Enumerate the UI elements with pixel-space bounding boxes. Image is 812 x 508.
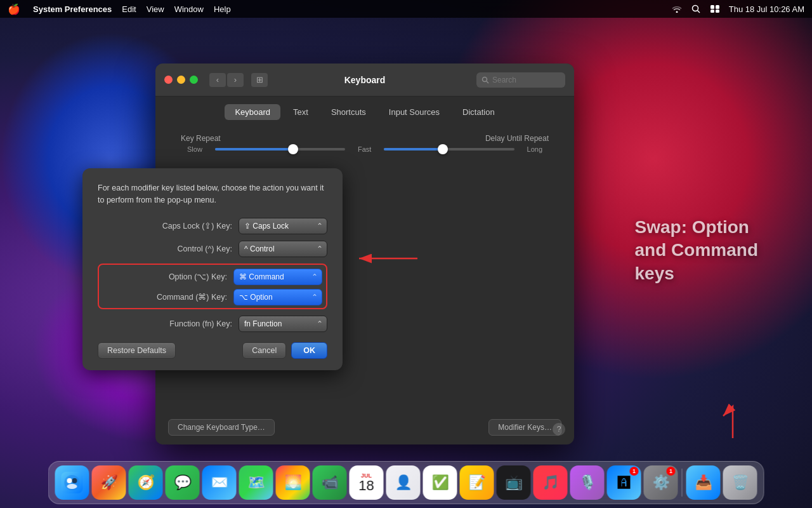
option-select[interactable]: ⌘ Command ⌃: [233, 269, 322, 285]
search-icon[interactable]: [691, 4, 701, 14]
dock-icon-finder[interactable]: [55, 465, 89, 500]
dock-icon-podcasts[interactable]: 🎙️: [570, 465, 605, 500]
option-arrow-icon: ⌃: [311, 272, 318, 281]
back-button[interactable]: ‹: [209, 73, 226, 87]
grid-view-button[interactable]: ⊞: [251, 73, 268, 87]
window-bottom-row: Change Keyboard Type… Modifier Keys…: [168, 419, 561, 436]
menubar-view[interactable]: View: [147, 4, 164, 14]
dialog-buttons: Restore Defaults Cancel OK: [98, 342, 327, 359]
function-arrow-icon: ⌃: [317, 319, 323, 328]
delay-repeat-slider[interactable]: [384, 148, 514, 150]
fast-label: Fast: [358, 145, 371, 153]
long-label: Long: [527, 145, 542, 153]
search-bar[interactable]: Search: [476, 72, 565, 88]
svg-point-15: [67, 484, 77, 489]
function-row: Function (fn) Key: fn Function ⌃: [98, 316, 327, 332]
control-label: Control (^) Key:: [134, 244, 232, 253]
dock-icon-airdrop[interactable]: 📥: [686, 465, 721, 500]
dock-icon-messages[interactable]: 💬: [166, 465, 200, 500]
menubar-window[interactable]: Window: [174, 4, 204, 14]
svg-point-0: [692, 6, 698, 11]
dock-icon-mail[interactable]: ✉️: [202, 465, 237, 500]
dock-icon-contacts[interactable]: 👤: [386, 465, 421, 500]
key-repeat-slider[interactable]: [215, 148, 345, 150]
dock-separator: [682, 469, 683, 497]
calendar-day: 18: [358, 479, 374, 493]
svg-point-13: [67, 478, 72, 483]
caps-lock-arrow-icon: ⌃: [317, 222, 323, 231]
svg-line-7: [487, 81, 488, 83]
tabs-bar: Keyboard Text Shortcuts Input Sources Di…: [155, 97, 574, 125]
svg-rect-2: [710, 5, 714, 9]
tab-input-sources[interactable]: Input Sources: [379, 104, 450, 120]
tab-text[interactable]: Text: [283, 104, 318, 120]
dock-icon-notes[interactable]: 📝: [460, 465, 494, 500]
command-row: Command (⌘) Key: ⌥ Option ⌃: [103, 289, 322, 305]
dock-icon-launchpad[interactable]: 🚀: [92, 465, 126, 500]
close-button[interactable]: [164, 76, 173, 84]
dock-icon-music[interactable]: 🎵: [534, 465, 568, 500]
svg-line-1: [697, 11, 700, 13]
ok-button[interactable]: OK: [291, 342, 327, 359]
menubar: 🍎 System Preferences Edit View Window He…: [0, 0, 812, 18]
titlebar: ‹ › ⊞ Keyboard Search: [155, 64, 574, 97]
option-label: Option (⌥) Key:: [129, 272, 227, 281]
control-center-icon[interactable]: [710, 4, 720, 14]
control-row: Control (^) Key: ^ Control ⌃: [98, 241, 327, 257]
menubar-help[interactable]: Help: [214, 4, 231, 14]
wifi-icon[interactable]: [672, 4, 682, 14]
caps-lock-label: Caps Lock (⇪) Key:: [134, 221, 232, 231]
window-title: Keyboard: [344, 75, 386, 85]
minimize-button[interactable]: [177, 76, 185, 84]
modifier-keys-dialog: For each modifier key listed below, choo…: [82, 168, 343, 370]
svg-point-14: [72, 478, 77, 483]
dock-icon-photos[interactable]: 🌅: [276, 465, 310, 500]
dock-icon-reminders[interactable]: ✅: [423, 465, 457, 500]
cancel-button[interactable]: Cancel: [242, 342, 286, 359]
function-select[interactable]: fn Function ⌃: [239, 316, 327, 332]
slow-label: Slow: [187, 145, 202, 153]
dock-icon-appstore[interactable]: 🅰: [607, 465, 641, 500]
function-label: Function (fn) Key:: [134, 319, 232, 328]
help-button[interactable]: ?: [553, 423, 565, 436]
dock-icon-sysprefs[interactable]: ⚙️: [644, 465, 678, 500]
dock-icon-safari[interactable]: 🧭: [129, 465, 163, 500]
change-keyboard-type-button[interactable]: Change Keyboard Type…: [168, 419, 275, 436]
svg-rect-5: [716, 10, 719, 13]
key-repeat-label: Key Repeat: [181, 134, 221, 143]
tab-dictation[interactable]: Dictation: [452, 104, 505, 120]
traffic-lights: [164, 76, 198, 84]
delay-repeat-label: Delay Until Repeat: [485, 134, 549, 143]
caps-lock-select[interactable]: ⇪ Caps Lock ⌃: [239, 218, 327, 234]
command-arrow-icon: ⌃: [311, 293, 318, 302]
forward-button[interactable]: ›: [227, 73, 244, 87]
option-row: Option (⌥) Key: ⌘ Command ⌃: [103, 269, 322, 285]
svg-rect-3: [716, 5, 719, 9]
caps-lock-row: Caps Lock (⇪) Key: ⇪ Caps Lock ⌃: [98, 218, 327, 234]
dialog-description: For each modifier key listed below, choo…: [98, 182, 327, 206]
tab-keyboard[interactable]: Keyboard: [225, 104, 280, 120]
menubar-datetime: Thu 18 Jul 10:26 AM: [729, 4, 804, 14]
svg-rect-4: [710, 10, 714, 13]
dock-icon-trash[interactable]: 🗑️: [723, 465, 757, 500]
restore-defaults-button[interactable]: Restore Defaults: [98, 342, 176, 359]
control-select[interactable]: ^ Control ⌃: [239, 241, 327, 257]
search-placeholder: Search: [492, 76, 516, 84]
maximize-button[interactable]: [190, 76, 198, 84]
control-arrow-icon: ⌃: [317, 244, 323, 253]
swap-highlight-container: Option (⌥) Key: ⌘ Command ⌃ Command (⌘) …: [98, 264, 327, 309]
slider-labels-row: Key Repeat Delay Until Repeat: [168, 131, 561, 145]
dock-icon-calendar[interactable]: JUL 18: [350, 465, 384, 500]
menubar-edit[interactable]: Edit: [122, 4, 136, 14]
apple-logo-icon[interactable]: 🍎: [8, 3, 20, 15]
tab-shortcuts[interactable]: Shortcuts: [321, 104, 376, 120]
dock-icon-facetime[interactable]: 📹: [313, 465, 347, 500]
dock-icon-maps[interactable]: 🗺️: [239, 465, 273, 500]
dock-icon-appletv[interactable]: 📺: [497, 465, 531, 500]
modifier-keys-button[interactable]: Modifier Keys…: [488, 419, 561, 436]
menubar-app-name[interactable]: System Preferences: [33, 4, 112, 14]
content-area: Key Repeat Delay Until Repeat Slow Fast …: [155, 125, 574, 172]
command-label: Command (⌘) Key:: [129, 292, 227, 302]
command-select[interactable]: ⌥ Option ⌃: [233, 289, 322, 305]
svg-point-6: [483, 77, 487, 81]
